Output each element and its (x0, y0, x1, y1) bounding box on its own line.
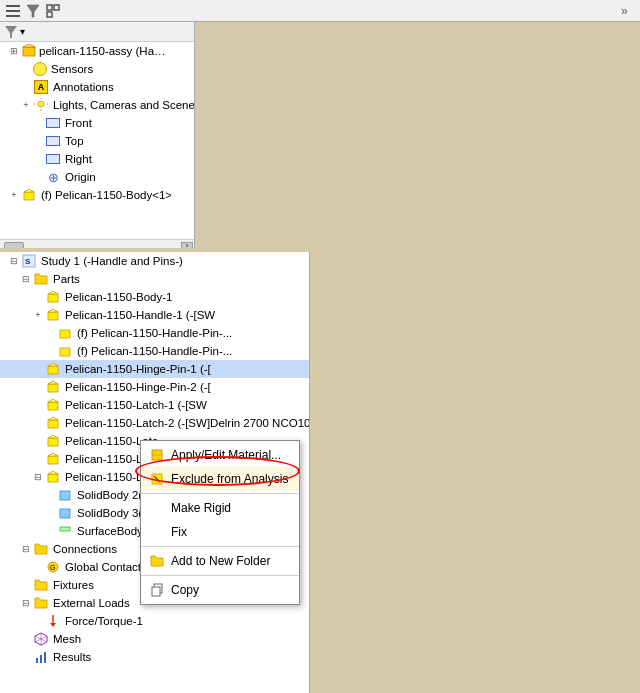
add-folder-icon (149, 553, 165, 569)
part-icon-handlepin2 (57, 343, 73, 359)
tree-item-handle1[interactable]: + Pelican-1150-Handle-1 (-[SW (0, 306, 309, 324)
svg-marker-17 (24, 189, 34, 192)
tree-item-handlepin2[interactable]: (f) Pelican-1150-Handle-Pin-... (0, 342, 309, 360)
menu-divider-3 (141, 575, 299, 576)
svg-marker-23 (48, 309, 58, 312)
svg-rect-25 (60, 348, 70, 356)
svg-text:»: » (621, 4, 628, 18)
tree-item-front[interactable]: Front (0, 114, 194, 132)
filter-icon (4, 25, 18, 39)
tree-item-mesh[interactable]: Mesh (0, 630, 309, 648)
expand-icon-root[interactable]: ⊞ (8, 45, 20, 57)
context-menu-add-folder-label: Add to New Folder (171, 554, 270, 568)
svg-marker-21 (48, 291, 58, 294)
tree-item-origin[interactable]: ⊕ Origin (0, 168, 194, 186)
svg-rect-16 (24, 192, 34, 200)
expand-icon-body[interactable]: + (8, 189, 20, 201)
tree-item-label-study1: Study 1 (-Handle and Pins-) (41, 255, 183, 267)
expand-icon-study1[interactable]: ⊟ (8, 255, 20, 267)
part-icon-handlepin1 (57, 325, 73, 341)
tree-item-root[interactable]: ⊞ pelican-1150-assy (Handle and P (0, 42, 194, 60)
solidbody2-icon (57, 487, 73, 503)
tree-item-lights[interactable]: + Lights, Cameras and Scene (0, 96, 194, 114)
svg-marker-35 (48, 435, 58, 438)
part-icon-latch1 (45, 397, 61, 413)
part-icon-latch4 (45, 451, 61, 467)
expand-icon-annotations (20, 81, 32, 93)
feature-tree-panel: ▾ ⊞ pelican-1150-assy (Handle and P Sens… (0, 22, 195, 252)
more-button[interactable]: » (618, 2, 636, 20)
context-menu-make-rigid-label: Make Rigid (171, 501, 231, 515)
svg-text:G: G (50, 564, 55, 571)
svg-rect-51 (36, 658, 38, 663)
expand-icon-lights[interactable]: + (20, 99, 32, 111)
part-icon-handle1 (45, 307, 61, 323)
plane-front-icon (45, 115, 61, 131)
tree-item-label-fixtures: Fixtures (53, 579, 94, 591)
context-menu-make-rigid[interactable]: Make Rigid (141, 496, 299, 520)
context-menu-copy[interactable]: Copy (141, 578, 299, 602)
tree-item-label-lights: Lights, Cameras and Scene (53, 99, 195, 111)
tree-item-label-body: (f) Pelican-1150-Body<1> (A (41, 189, 171, 201)
tree-item-label-results: Results (53, 651, 91, 663)
svg-rect-1 (6, 10, 20, 12)
tree-item-study1[interactable]: ⊟ S Study 1 (-Handle and Pins-) (0, 252, 309, 270)
part-icon-hingepin2 (45, 379, 61, 395)
context-menu-add-folder[interactable]: Add to New Folder (141, 549, 299, 573)
context-menu-exclude-analysis[interactable]: Exclude from Analysis (141, 467, 299, 491)
svg-rect-9 (23, 47, 35, 56)
context-menu-copy-label: Copy (171, 583, 199, 597)
tree-item-results[interactable]: Results (0, 648, 309, 666)
context-menu-fix-label: Fix (171, 525, 187, 539)
svg-rect-0 (6, 5, 20, 7)
tree-item-label-parts: Parts (53, 273, 80, 285)
context-menu-exclude-analysis-label: Exclude from Analysis (171, 472, 288, 486)
filter-dropdown[interactable]: ▾ (20, 26, 25, 37)
tree-item-label-root: pelican-1150-assy (Handle and P (39, 45, 169, 57)
tree-item-latch1[interactable]: Pelican-1150-Latch-1 (-[SW (0, 396, 309, 414)
context-menu-apply-material[interactable]: Apply/Edit Material... (141, 443, 299, 467)
svg-rect-34 (48, 438, 58, 446)
results-icon (33, 649, 49, 665)
fix-icon (149, 524, 165, 540)
solidbody3-icon (57, 505, 73, 521)
svg-rect-28 (48, 384, 58, 392)
tree-item-label-connections: Connections (53, 543, 117, 555)
tree-item-hingepin1[interactable]: Pelican-1150-Hinge-Pin-1 (-[ (0, 360, 309, 378)
part-icon-latch3 (45, 433, 61, 449)
svg-marker-46 (50, 623, 56, 627)
tree-item-label-handlepin2: (f) Pelican-1150-Handle-Pin-... (77, 345, 232, 357)
tree-item-body1[interactable]: Pelican-1150-Body-1 (0, 288, 309, 306)
tree-item-hingepin2[interactable]: Pelican-1150-Hinge-Pin-2 (-[ (0, 378, 309, 396)
filter-button[interactable] (24, 2, 42, 20)
svg-rect-32 (48, 420, 58, 428)
tree-item-label-front: Front (65, 117, 92, 129)
assy-icon (21, 43, 37, 59)
svg-rect-38 (48, 474, 58, 482)
tree-item-sensors[interactable]: Sensors (0, 60, 194, 78)
tree-item-forcetorque[interactable]: Force/Torque-1 (0, 612, 309, 630)
expand-icon-parts[interactable]: ⊟ (20, 273, 32, 285)
tree-item-parts[interactable]: ⊟ Parts (0, 270, 309, 288)
expand-icon-sensors (20, 63, 32, 75)
tree-item-label-hingepin1: Pelican-1150-Hinge-Pin-1 (-[ (65, 363, 211, 375)
fixtures-icon (33, 577, 49, 593)
menu-divider-1 (141, 493, 299, 494)
svg-rect-41 (60, 509, 70, 518)
tree-item-latch2[interactable]: Pelican-1150-Latch-2 (-[SW]Delrin 2700 N… (0, 414, 309, 432)
tree-item-handlepin1[interactable]: (f) Pelican-1150-Handle-Pin-... (0, 324, 309, 342)
tree-button[interactable] (4, 2, 22, 20)
tree-item-label-mesh: Mesh (53, 633, 81, 645)
tree-item-annotations[interactable]: A Annotations (0, 78, 194, 96)
study-icon: S (21, 253, 37, 269)
expand-button[interactable] (44, 2, 62, 20)
svg-marker-33 (48, 417, 58, 420)
tree-item-top[interactable]: Top (0, 132, 194, 150)
tree-item-label-body1: Pelican-1150-Body-1 (65, 291, 172, 303)
tree-item-label-origin: Origin (65, 171, 96, 183)
tree-item-label-top: Top (65, 135, 84, 147)
context-menu-fix[interactable]: Fix (141, 520, 299, 544)
tree-item-right[interactable]: Right (0, 150, 194, 168)
main-toolbar: » (0, 0, 640, 22)
tree-item-body[interactable]: + (f) Pelican-1150-Body<1> (A (0, 186, 194, 204)
